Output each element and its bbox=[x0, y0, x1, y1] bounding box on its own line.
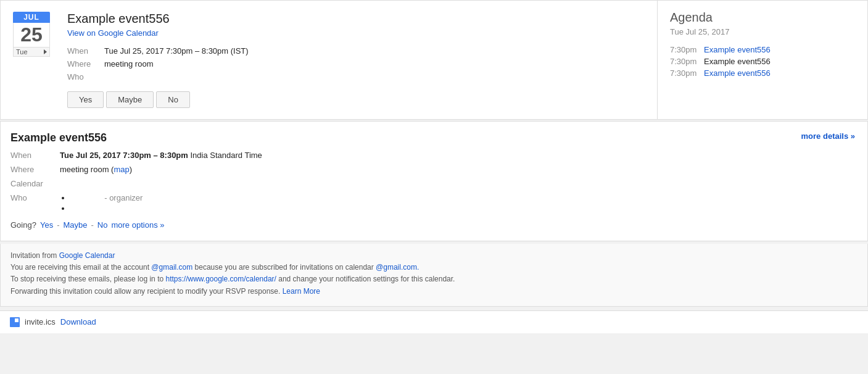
going-maybe-link[interactable]: Maybe bbox=[63, 220, 87, 230]
rsvp-buttons: Yes Maybe No bbox=[67, 91, 645, 108]
cal-arrow-icon bbox=[44, 49, 47, 54]
agenda-time-2: 7:30pm bbox=[670, 69, 704, 78]
who-attendee bbox=[71, 204, 96, 213]
cal-weekday: Tue bbox=[16, 48, 28, 56]
when-value: Tue Jul 25, 2017 7:30pm – 8:30pm (IST) bbox=[104, 46, 249, 56]
top-card: Jul 25 Tue Example event556 View on Goog… bbox=[0, 0, 868, 120]
going-yes-link[interactable]: Yes bbox=[40, 220, 53, 230]
main-when-bold: Tue Jul 25, 2017 7:30pm – 8:30pm bbox=[60, 151, 188, 160]
agenda-time-1: 7:30pm bbox=[670, 57, 704, 66]
agenda-event-link-0[interactable]: Example event556 bbox=[704, 45, 771, 54]
main-when-extra: India Standard Time bbox=[188, 151, 262, 160]
going-row: Going? Yes - Maybe - No more options » bbox=[10, 220, 855, 230]
more-options-link[interactable]: more options » bbox=[111, 220, 164, 230]
learn-more-link[interactable]: Learn More bbox=[283, 287, 320, 296]
going-no-link[interactable]: No bbox=[97, 220, 108, 230]
main-when-row: When Tue Jul 25, 2017 7:30pm – 8:30pm In… bbox=[10, 151, 855, 160]
where-value: meeting room bbox=[104, 59, 153, 69]
main-when-label: When bbox=[10, 151, 60, 160]
event-summary-panel: Jul 25 Tue Example event556 View on Goog… bbox=[1, 1, 658, 119]
who-row: Who bbox=[67, 72, 645, 81]
main-who-label: Who bbox=[10, 193, 60, 202]
main-where-row: Where meeting room (map) bbox=[10, 165, 855, 174]
organizer-label: - organizer bbox=[102, 193, 143, 202]
view-on-gcal-link[interactable]: View on Google Calendar bbox=[67, 28, 159, 38]
who-list-item-1 bbox=[71, 204, 143, 213]
agenda-date: Tue Jul 25, 2017 bbox=[670, 27, 855, 36]
gcal-url-link[interactable]: https://www.google.com/calendar/ bbox=[165, 275, 276, 283]
footer-line-4: Forwarding this invitation could allow a… bbox=[10, 286, 858, 297]
sep-2: - bbox=[91, 220, 94, 230]
footer-line-3: To stop receiving these emails, please l… bbox=[10, 273, 858, 285]
going-label: Going? bbox=[10, 220, 36, 230]
main-where-value: meeting room (map) bbox=[60, 165, 132, 174]
agenda-item-1: 7:30pm Example event556 bbox=[670, 57, 855, 66]
invitation-footer: Invitation from Google Calendar You are … bbox=[0, 244, 868, 307]
gcal-footer-link[interactable]: Google Calendar bbox=[59, 251, 115, 260]
agenda-panel: Agenda Tue Jul 25, 2017 7:30pm Example e… bbox=[658, 1, 867, 119]
agenda-item-0: 7:30pm Example event556 bbox=[670, 45, 855, 54]
footer-line-1: Invitation from Google Calendar bbox=[10, 250, 858, 262]
who-organizer bbox=[71, 193, 102, 202]
when-row: When Tue Jul 25, 2017 7:30pm – 8:30pm (I… bbox=[67, 46, 645, 56]
sep-1: - bbox=[57, 220, 59, 230]
main-calendar-label: Calendar bbox=[10, 179, 60, 188]
cal-day: 25 bbox=[13, 23, 50, 48]
calendar-icon-block: Jul 25 Tue bbox=[13, 12, 56, 108]
main-detail-header: Example event556 more details » bbox=[10, 131, 855, 144]
where-row: Where meeting room bbox=[67, 59, 645, 69]
agenda-item-2: 7:30pm Example event556 bbox=[670, 69, 855, 78]
map-link[interactable]: map bbox=[114, 165, 129, 174]
rsvp-no-button[interactable]: No bbox=[156, 91, 190, 108]
attachment-bar: invite.ics Download bbox=[0, 310, 868, 333]
main-detail-section: Example event556 more details » When Tue… bbox=[0, 121, 868, 241]
agenda-event-link-2[interactable]: Example event556 bbox=[704, 69, 771, 78]
who-list-item-0: - organizer bbox=[71, 193, 143, 202]
agenda-time-0: 7:30pm bbox=[670, 45, 704, 54]
agenda-title: Agenda bbox=[670, 10, 855, 25]
main-when-value: Tue Jul 25, 2017 7:30pm – 8:30pm India S… bbox=[60, 151, 262, 160]
who-list: - organizer bbox=[60, 193, 143, 213]
main-where-label: Where bbox=[10, 165, 60, 174]
agenda-event-text-1: Example event556 bbox=[704, 57, 771, 66]
main-where-text: meeting room bbox=[60, 165, 109, 174]
more-details-link[interactable]: more details » bbox=[801, 131, 855, 141]
who-label: Who bbox=[67, 72, 104, 81]
ics-icon bbox=[10, 317, 20, 327]
gmail-account2-link[interactable]: @gmail.com. bbox=[376, 263, 419, 272]
ics-filename: invite.ics bbox=[25, 317, 56, 326]
rsvp-maybe-button[interactable]: Maybe bbox=[106, 91, 154, 108]
rsvp-yes-button[interactable]: Yes bbox=[67, 91, 104, 108]
cal-weekday-row: Tue bbox=[13, 48, 50, 57]
main-who-row: Who - organizer bbox=[10, 193, 855, 214]
cal-month: Jul bbox=[13, 12, 50, 23]
download-link[interactable]: Download bbox=[60, 317, 96, 326]
main-who-value: - organizer bbox=[60, 193, 143, 214]
event-details: Example event556 View on Google Calendar… bbox=[67, 12, 645, 108]
when-label: When bbox=[67, 46, 104, 56]
gmail-account1-link[interactable]: @gmail.com bbox=[151, 263, 192, 272]
main-event-title: Example event556 bbox=[10, 131, 107, 144]
main-calendar-row: Calendar bbox=[10, 179, 855, 188]
where-label: Where bbox=[67, 59, 104, 69]
footer-line-2: You are receiving this email at the acco… bbox=[10, 262, 858, 273]
event-title-top: Example event556 bbox=[67, 12, 645, 26]
